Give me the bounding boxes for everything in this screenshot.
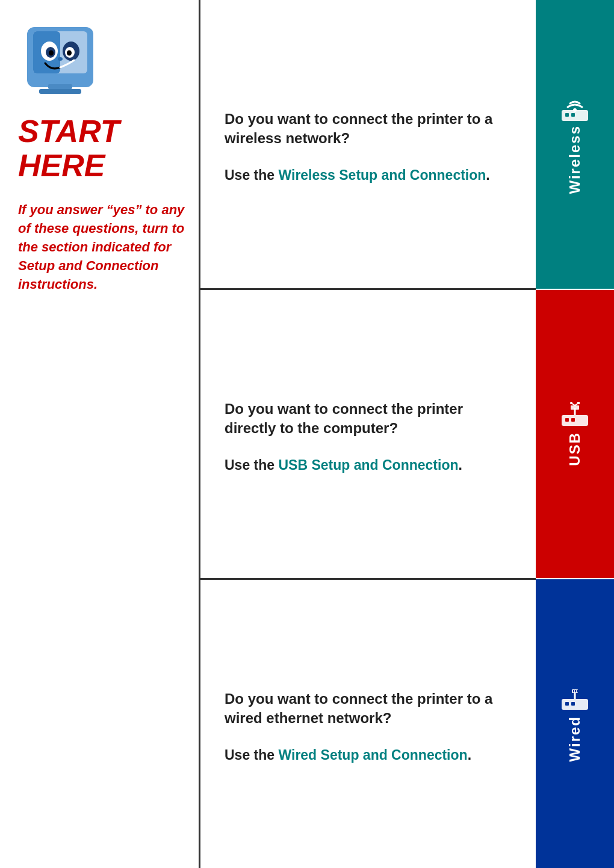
tab-usb[interactable]: USB: [536, 290, 614, 580]
wired-use-suffix: .: [468, 747, 471, 763]
wired-question: Do you want to connect the printer to a …: [225, 689, 518, 728]
wired-use-text: Use the Wired Setup and Connection.: [225, 746, 518, 765]
svg-rect-17: [565, 418, 569, 422]
svg-point-7: [49, 51, 54, 56]
svg-point-15: [573, 108, 577, 112]
ethernet-icon: [557, 686, 593, 716]
wired-section: Do you want to connect the printer to a …: [200, 580, 536, 868]
center-panel: Do you want to connect the printer to a …: [199, 0, 536, 868]
svg-point-23: [570, 402, 572, 404]
main-layout: START HERE If you answer “yes” to any of…: [0, 0, 614, 868]
usb-question: Do you want to connect the printer direc…: [225, 399, 518, 439]
svg-rect-32: [577, 690, 578, 692]
svg-point-8: [67, 51, 72, 56]
finder-icon-container: [18, 18, 102, 102]
wireless-use-suffix: .: [486, 167, 489, 183]
svg-rect-31: [575, 690, 576, 692]
tab-wireless[interactable]: Wireless: [536, 0, 614, 290]
wired-link[interactable]: Wired Setup and Connection: [278, 747, 467, 763]
wired-use-prefix: Use the: [225, 747, 278, 763]
svg-rect-30: [573, 690, 574, 692]
svg-rect-10: [48, 84, 72, 89]
svg-rect-26: [565, 702, 569, 706]
wifi-icon: [557, 95, 593, 125]
svg-point-9: [58, 57, 63, 61]
wireless-tab-label: Wireless: [566, 125, 583, 194]
usb-section: Do you want to connect the printer direc…: [200, 290, 536, 580]
usb-use-text: Use the USB Setup and Connection.: [225, 456, 518, 475]
wireless-section: Do you want to connect the printer to a …: [200, 0, 536, 290]
svg-rect-24: [577, 402, 580, 404]
finder-mac-icon: [24, 24, 96, 96]
svg-rect-14: [571, 113, 575, 117]
svg-rect-18: [571, 418, 575, 422]
usb-use-prefix: Use the: [225, 457, 278, 473]
wireless-use-text: Use the Wireless Setup and Connection.: [225, 166, 518, 185]
usb-icon: [557, 402, 593, 432]
wireless-use-prefix: Use the: [225, 167, 278, 183]
usb-link[interactable]: USB Setup and Connection: [278, 457, 458, 473]
svg-rect-11: [39, 89, 81, 94]
left-panel: START HERE If you answer “yes” to any of…: [0, 0, 199, 868]
right-panel: Wireless USB: [536, 0, 614, 868]
usb-tab-label: USB: [566, 432, 583, 466]
usb-use-suffix: .: [458, 457, 462, 473]
left-description: If you answer “yes” to any of these ques…: [18, 201, 187, 294]
tab-wired[interactable]: Wired: [536, 579, 614, 868]
wireless-link[interactable]: Wireless Setup and Connection: [278, 167, 486, 183]
wireless-question: Do you want to connect the printer to a …: [225, 109, 518, 149]
svg-rect-20: [571, 405, 579, 410]
start-here-heading: START HERE: [18, 114, 187, 183]
svg-rect-27: [571, 702, 575, 706]
svg-rect-13: [565, 113, 569, 117]
wired-tab-label: Wired: [566, 716, 583, 762]
